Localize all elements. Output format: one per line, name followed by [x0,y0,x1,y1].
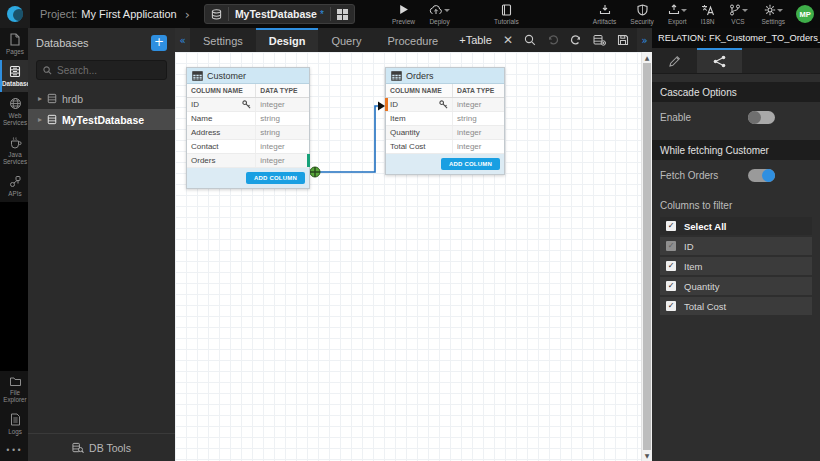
grid-view-icon[interactable] [337,9,348,20]
scroll-up-icon[interactable]: ▲ [642,54,652,61]
scroll-down-icon[interactable]: ▼ [642,452,652,459]
add-column-button[interactable]: ADD COLUMN [441,158,500,170]
table-row[interactable]: Address string [187,126,309,140]
checkbox-checked-icon[interactable]: ✓ [666,261,676,271]
search-tables-button[interactable] [524,34,536,46]
vertical-scrollbar[interactable]: ▲ ▼ [641,52,652,461]
table-footer: ADD COLUMN [187,168,309,188]
save-floppy-icon [617,34,629,46]
tree-item-hrdb[interactable]: ▸ hrdb [28,88,175,109]
app-logo[interactable] [0,0,30,28]
database-tab[interactable]: MyTestDatabase * [204,4,355,24]
column-type: integer [453,126,504,139]
checkbox-row-id[interactable]: ✓ ID [660,237,812,255]
table-icon [391,71,402,81]
databases-panel: Databases + ▸ hrdb ▸ MyTestDatabase DB T… [28,28,175,461]
column-name: Contact [191,142,219,151]
add-table-button[interactable]: +Table [459,34,492,46]
sidebar-item-apis[interactable]: APIs [0,170,28,202]
tree-item-mytestdatabase[interactable]: ▸ MyTestDatabase [28,109,175,130]
table-row[interactable]: Quantity integer [386,126,504,140]
checkbox-checked-icon[interactable]: ✓ [666,301,676,311]
panel-title: Databases [36,37,151,49]
tab-relation[interactable] [697,48,742,73]
collapse-panel-button[interactable]: « [175,28,190,52]
checkbox-row-quantity[interactable]: ✓ Quantity [660,277,812,295]
enable-toggle[interactable] [748,111,775,124]
column-type: string [256,126,309,139]
more-options-button[interactable]: ••• [0,440,28,461]
user-avatar[interactable]: MP [796,5,814,23]
fetch-orders-toggle[interactable] [748,169,775,182]
tutorials-label: Tutorials [494,18,519,25]
column-type: string [256,112,309,125]
sidebar-item-java-services[interactable]: Java Services [0,131,28,170]
table-row[interactable]: Orders integer [187,154,309,168]
add-column-button[interactable]: ADD COLUMN [246,172,305,184]
checkbox-row-select-all[interactable]: ✓ Select All [660,217,812,235]
search-input[interactable] [57,65,160,76]
undo-button[interactable] [547,34,559,46]
vcs-button[interactable]: VCS [722,0,755,28]
redo-button[interactable] [570,34,582,46]
table-header[interactable]: Orders [386,68,504,84]
caret-down-icon [742,9,748,12]
checkbox-checked-icon[interactable]: ✓ [666,281,676,291]
sidebar-item-pages[interactable]: Pages [0,28,28,60]
tree-caret-icon[interactable]: ▸ [38,115,42,124]
table-header[interactable]: Customer [187,68,309,84]
divider [330,7,331,21]
export-db-button[interactable] [593,34,606,46]
expand-panel-button[interactable]: » [637,28,652,52]
tab-settings[interactable]: Settings [190,28,256,52]
checkbox-label: Quantity [684,281,719,292]
artifacts-button[interactable]: Artifacts [586,0,623,28]
tab-design[interactable]: Design [256,28,319,52]
play-icon [398,4,409,15]
preview-button[interactable]: Preview [385,0,422,28]
table-row[interactable]: Name string [187,112,309,126]
table-row[interactable]: Total Cost integer [386,140,504,154]
checkbox-checked-icon[interactable]: ✓ [666,221,676,231]
checkbox-row-total-cost[interactable]: ✓ Total Cost [660,297,812,315]
export-button[interactable]: Export [661,0,694,28]
sidebar-item-label: Pages [6,48,24,55]
tab-query[interactable]: Query [318,28,374,52]
design-canvas[interactable]: Customer COLUMN NAME DATA TYPE ID intege… [175,52,652,461]
add-database-button[interactable]: + [151,35,167,51]
tab-procedure[interactable]: Procedure [374,28,451,52]
save-button[interactable] [617,34,629,46]
column-name: Address [191,128,220,137]
tree-item-label: hrdb [62,93,83,105]
deploy-button[interactable]: Deploy [422,0,457,28]
checkbox-row-item[interactable]: ✓ Item [660,257,812,275]
table-orders[interactable]: Orders COLUMN NAME DATA TYPE ID integer … [385,67,505,175]
tutorials-button[interactable]: Tutorials [487,0,526,28]
table-row[interactable]: Contact integer [187,140,309,154]
sidebar-item-databases[interactable]: Databases [0,60,28,92]
scrollbar-thumb[interactable] [643,63,651,450]
file-explorer-folder-icon [9,376,22,387]
tree-caret-icon[interactable]: ▸ [38,94,42,103]
column-type: string [453,112,504,125]
table-row[interactable]: Item string [386,112,504,126]
settings-button[interactable]: Settings [755,0,793,28]
delete-button[interactable]: ✕ [503,33,513,47]
relation-title: RELATION: FK_Customer_TO_Orders_O... [652,28,820,48]
table-row[interactable]: ID integer [187,98,309,112]
sidebar-item-file-explorer[interactable]: File Explorer [0,371,28,408]
table-footer: ADD COLUMN [386,154,504,174]
deploy-label: Deploy [429,18,449,25]
i18n-button[interactable]: I18N [694,0,722,28]
chevron-right-icon: › [185,7,190,22]
security-button[interactable]: Security [623,0,660,28]
database-search[interactable] [36,60,167,80]
db-tools-button[interactable]: DB Tools [28,433,175,461]
column-name: Item [390,114,406,123]
sidebar-item-logs[interactable]: Logs [0,408,28,440]
tab-edit-properties[interactable] [652,48,697,73]
sidebar-item-web-services[interactable]: Web Services [0,92,28,131]
checkbox-label: ID [684,241,694,252]
table-customer[interactable]: Customer COLUMN NAME DATA TYPE ID intege… [186,67,310,189]
table-row[interactable]: ID integer [386,98,504,112]
